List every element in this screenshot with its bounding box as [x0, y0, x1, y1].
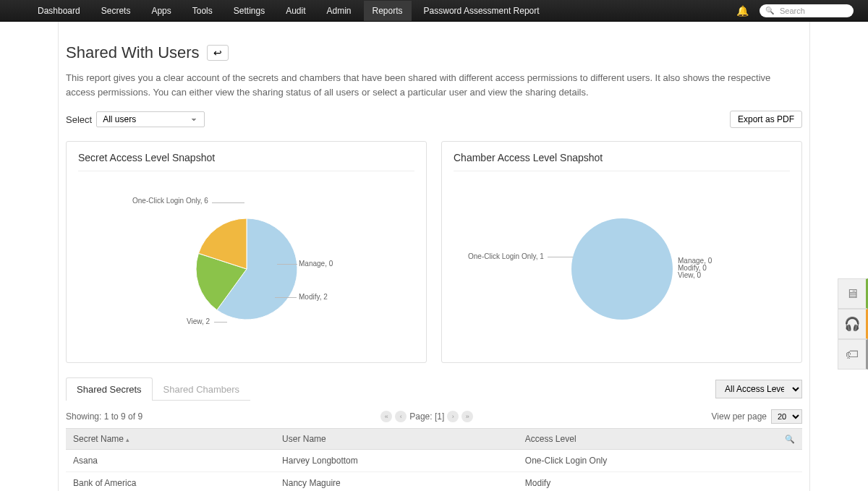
secret-access-chart-panel: Secret Access Level Snapshot One-Click L…: [66, 141, 427, 363]
nav-item-audit[interactable]: Audit: [277, 1, 314, 21]
tag-icon[interactable]: 🏷: [838, 339, 868, 370]
chart-title: Chamber Access Level Snapshot: [454, 152, 790, 171]
table-row[interactable]: AsanaHarvey LongbottomOne-Click Login On…: [66, 450, 802, 472]
nav-item-secrets[interactable]: Secrets: [93, 1, 140, 21]
select-label: Select: [66, 114, 92, 125]
search-icon[interactable]: 🔍: [785, 435, 795, 443]
headset-icon[interactable]: 🎧: [838, 309, 868, 339]
side-action-bar: 🖥 🎧 🏷: [838, 278, 868, 370]
page-description: This report gives you a clear account of…: [66, 71, 802, 99]
pager-first-icon[interactable]: «: [380, 411, 392, 422]
nav-item-tools[interactable]: Tools: [184, 1, 221, 21]
top-nav: DashboardSecretsAppsToolsSettingsAuditAd…: [0, 0, 868, 22]
table-row[interactable]: Bank of AmericaNancy MaguireModify: [66, 472, 802, 492]
pie-label: View, 0: [678, 271, 701, 279]
export-pdf-button[interactable]: Export as PDF: [730, 111, 802, 128]
nav-item-admin[interactable]: Admin: [318, 1, 360, 21]
col-user-name[interactable]: User Name: [275, 429, 518, 450]
chamber-access-chart-panel: Chamber Access Level Snapshot One-Click …: [441, 141, 802, 363]
pager-next-icon[interactable]: ›: [447, 411, 459, 422]
tab-shared-chambers[interactable]: Shared Chambers: [153, 377, 251, 401]
shared-secrets-table: Secret Name User Name Access Level 🔍 Asa…: [66, 428, 802, 491]
monitor-icon[interactable]: 🖥: [838, 278, 868, 309]
pie-label: One-Click Login Only, 1: [468, 252, 544, 260]
col-secret-name[interactable]: Secret Name: [66, 429, 275, 450]
pie-label: Manage, 0: [299, 260, 333, 268]
pie-label: View, 2: [187, 317, 210, 325]
access-level-filter[interactable]: All Access Level: [715, 380, 802, 398]
pager-last-icon[interactable]: »: [461, 411, 473, 422]
svg-point-0: [571, 218, 673, 320]
chart-title: Secret Access Level Snapshot: [78, 152, 414, 171]
view-per-page-label: View per page: [712, 411, 767, 422]
nav-item-password-assessment-report[interactable]: Password Assessment Report: [415, 1, 548, 21]
nav-item-dashboard[interactable]: Dashboard: [29, 1, 89, 21]
user-select[interactable]: All users: [96, 111, 205, 127]
page-title: Shared With Users: [66, 43, 200, 62]
pie-label: One-Click Login Only, 6: [132, 197, 208, 205]
nav-item-apps[interactable]: Apps: [142, 1, 179, 21]
view-per-page-select[interactable]: 20: [771, 409, 802, 424]
nav-item-reports[interactable]: Reports: [364, 1, 412, 21]
pager-prev-icon[interactable]: ‹: [395, 411, 407, 422]
search-input[interactable]: Search: [760, 4, 854, 17]
nav-item-settings[interactable]: Settings: [225, 1, 273, 21]
notifications-icon[interactable]: 🔔: [736, 5, 749, 17]
page-indicator: Page: [1]: [409, 411, 444, 422]
pie-label: Modify, 2: [299, 293, 328, 301]
pager: « ‹ Page: [1] › »: [380, 411, 473, 422]
col-access-level[interactable]: Access Level: [518, 429, 778, 450]
showing-text: Showing: 1 to 9 of 9: [66, 411, 142, 422]
tab-shared-secrets[interactable]: Shared Secrets: [66, 377, 153, 401]
back-button[interactable]: ↩: [207, 45, 229, 61]
